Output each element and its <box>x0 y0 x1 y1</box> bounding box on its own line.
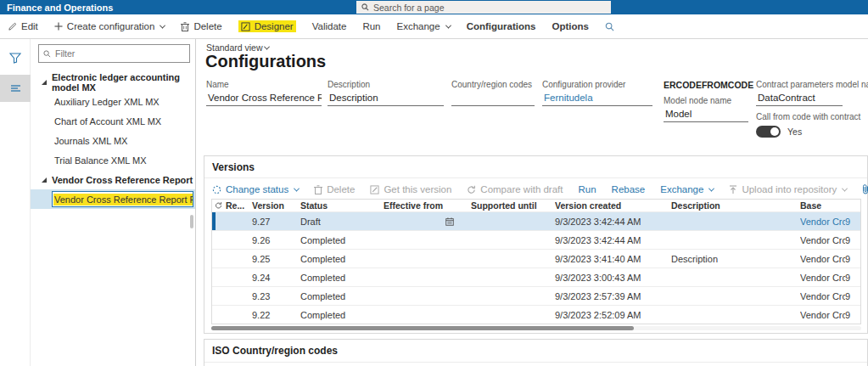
app-title: Finance and Operations <box>7 3 113 13</box>
tree-item-journals[interactable]: Journals XML MX <box>31 131 195 150</box>
tree-scrollbar[interactable] <box>190 215 193 228</box>
base-extra-cell: 9 <box>845 273 860 283</box>
change-status-button[interactable]: Change status <box>212 184 299 194</box>
compare-with-draft-button[interactable]: Compare with draft <box>467 184 563 194</box>
page-search-input[interactable] <box>373 3 606 13</box>
tree-item-electronic-ledger-model[interactable]: Electronic ledger accounting model MX <box>31 72 195 92</box>
description-input[interactable]: Description <box>328 93 444 106</box>
page-search-box[interactable] <box>356 1 611 14</box>
version-cell: 9.22 <box>244 310 300 320</box>
base-extra-cell: 9 <box>845 217 860 227</box>
column-header-re[interactable]: Re... <box>226 200 244 211</box>
upload-into-repository-menu[interactable]: Upload into repository <box>729 184 847 194</box>
attachments-button[interactable]: Attachments <box>862 184 868 194</box>
create-configuration-button[interactable]: Create configuration <box>54 21 165 31</box>
exchange-menu[interactable]: Exchange <box>397 21 451 31</box>
chevron-down-icon <box>264 43 270 49</box>
version-created-cell: 9/3/2023 3:42:44 AM <box>555 217 671 227</box>
toggle-knob <box>770 127 779 136</box>
base-cell[interactable]: Vendor Cros... <box>800 235 845 245</box>
base-cell[interactable]: Vendor Cros... <box>800 291 845 301</box>
designer-button[interactable]: Designer <box>238 20 296 32</box>
column-header-supported-until[interactable]: Supported until <box>471 200 555 211</box>
version-cell: 9.24 <box>244 273 300 283</box>
model-node-name-input[interactable]: Model <box>664 109 748 122</box>
version-row-9-26[interactable]: 9.26 Completed 9/3/2023 3:42:44 AM Vendo… <box>212 230 860 249</box>
run-version-button[interactable]: Run <box>578 184 596 194</box>
name-input[interactable]: Vendor Cross Reference Report ... <box>206 93 322 106</box>
rebase-button[interactable]: Rebase <box>612 184 646 194</box>
options-menu[interactable]: Options <box>552 21 588 31</box>
run-button[interactable]: Run <box>362 21 380 31</box>
ercodefromcode-group: ERCODEFROMCODE Model node name Model <box>664 80 748 122</box>
configuration-tree-panel-button[interactable] <box>0 75 31 102</box>
tree-selected-box: Vendor Cross Reference Report Format <box>52 191 193 207</box>
edit-button[interactable]: Edit <box>8 21 38 31</box>
scrollbar-thumb[interactable] <box>211 326 634 330</box>
validate-button[interactable]: Validate <box>312 21 347 31</box>
contract-parameters-input[interactable]: DataContract <box>756 93 843 106</box>
tree-expander-icon[interactable] <box>42 80 47 85</box>
refresh-icon[interactable] <box>212 201 226 210</box>
plus-icon <box>54 22 63 31</box>
version-row-9-22[interactable]: 9.22 Completed 9/3/2023 2:52:09 AM Vendo… <box>212 305 860 324</box>
column-header-effective-from[interactable]: Effective from <box>384 200 471 211</box>
tree-item-chart-of-account[interactable]: Chart of Account XML MX <box>31 111 195 131</box>
description-label: Description <box>328 80 444 89</box>
base-extra-cell: 9 <box>845 254 860 264</box>
search-icon <box>605 22 614 31</box>
version-row-9-24[interactable]: 9.24 Completed 9/3/2023 3:00:43 AM Vendo… <box>212 267 860 286</box>
filter-panel-button[interactable] <box>0 44 31 71</box>
effective-from-cell[interactable] <box>384 217 471 226</box>
exchange-version-menu[interactable]: Exchange <box>660 184 714 194</box>
tree-item-vendor-cross-reference-report[interactable]: Vendor Cross Reference Report <box>31 170 195 189</box>
base-cell[interactable]: Vendor Cros... <box>800 310 845 320</box>
actionbar-search-button[interactable] <box>605 22 614 31</box>
configuration-provider-label: Configuration provider <box>542 80 652 89</box>
horizontal-scrollbar[interactable] <box>211 326 861 330</box>
version-cell: 9.25 <box>244 254 300 264</box>
version-cell: 9.26 <box>244 235 300 245</box>
delete-version-button[interactable]: Delete <box>314 184 355 194</box>
base-extra-cell: 9 <box>845 291 860 301</box>
status-cell: Draft <box>300 217 384 227</box>
base-link[interactable]: Vendor Cros... <box>800 217 845 227</box>
app-window: Finance and Operations Edit Create confi… <box>0 0 868 366</box>
iso-country-region-section: ISO Country/region codes <box>204 339 868 366</box>
chevron-down-icon <box>294 185 300 191</box>
tree-filter-box[interactable] <box>38 44 190 63</box>
status-cell: Completed <box>300 254 384 264</box>
calendar-icon[interactable] <box>445 217 454 226</box>
column-header-base[interactable]: Base <box>800 200 845 211</box>
upload-arrow-icon <box>729 185 737 194</box>
configuration-provider-field: Configuration provider Fernitudela <box>542 80 652 106</box>
country-region-input[interactable] <box>451 93 535 106</box>
configurations-menu[interactable]: Configurations <box>467 21 536 31</box>
base-cell[interactable]: Vendor Cros... <box>800 254 845 264</box>
search-icon <box>361 3 369 11</box>
version-row-9-27[interactable]: 9.27 Draft 9/3/2023 3:42:44 AM Vendor Cr… <box>212 211 860 230</box>
column-header-description[interactable]: Description <box>671 200 800 211</box>
main-content: Standard view Configurations Name Vendor… <box>204 39 868 366</box>
tree-item-auxiliary-ledger[interactable]: Auxiliary Ledger XML MX <box>31 92 195 111</box>
iso-section-title: ISO Country/region codes <box>204 340 867 363</box>
column-header-status[interactable]: Status <box>300 200 384 211</box>
configuration-provider-link[interactable]: Fernitudela <box>542 93 652 106</box>
version-created-cell: 9/3/2023 3:00:43 AM <box>555 273 671 283</box>
delete-button[interactable]: Delete <box>181 21 221 31</box>
versions-grid-header: Re... Version Status Effective from Supp… <box>212 200 860 211</box>
call-from-code-toggle[interactable] <box>756 126 781 138</box>
tree-item-vendor-cross-reference-report-format[interactable]: Vendor Cross Reference Report Format <box>31 189 195 209</box>
tree-expander-icon[interactable] <box>42 177 47 183</box>
get-this-version-button[interactable]: Get this version <box>370 184 451 194</box>
base-cell[interactable]: Vendor Cros... <box>800 273 845 283</box>
group-title: ERCODEFROMCODE <box>664 80 748 90</box>
version-row-9-23[interactable]: 9.23 Completed 9/3/2023 2:57:39 AM Vendo… <box>212 286 860 305</box>
top-navigation-bar: Finance and Operations <box>0 0 868 14</box>
status-cell: Completed <box>300 310 384 320</box>
column-header-version[interactable]: Version <box>244 200 300 211</box>
tree-filter-input[interactable] <box>55 48 185 59</box>
version-row-9-25[interactable]: 9.25 Completed 9/3/2023 3:41:40 AM Descr… <box>212 249 860 267</box>
tree-item-trial-balance[interactable]: Trial Balance XML MX <box>31 150 195 170</box>
column-header-version-created[interactable]: Version created <box>555 200 671 211</box>
